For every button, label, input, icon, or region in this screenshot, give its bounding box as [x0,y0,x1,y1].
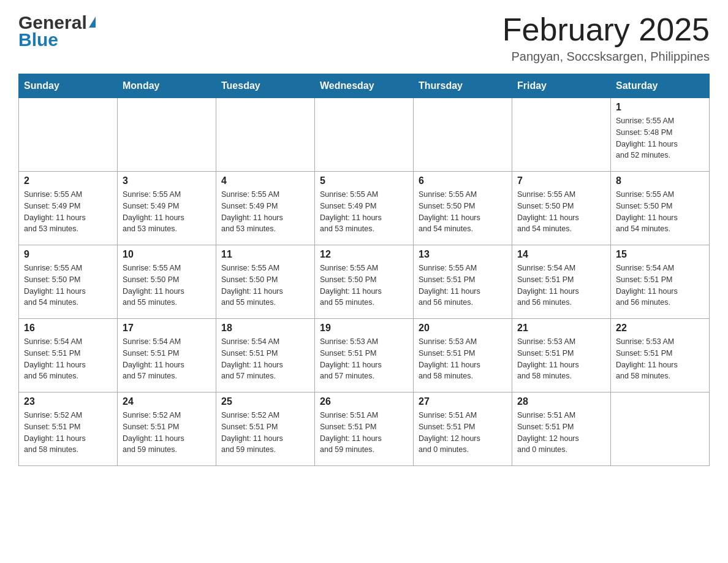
calendar-cell [315,98,414,172]
day-info: Sunrise: 5:51 AM Sunset: 5:51 PM Dayligh… [419,410,507,456]
title-area: February 2025 Pangyan, Soccsksargen, Phi… [502,12,710,64]
day-info: Sunrise: 5:55 AM Sunset: 5:50 PM Dayligh… [24,262,112,308]
calendar-cell: 17Sunrise: 5:54 AM Sunset: 5:51 PM Dayli… [118,319,216,393]
day-info: Sunrise: 5:54 AM Sunset: 5:51 PM Dayligh… [123,336,211,382]
calendar-cell: 18Sunrise: 5:54 AM Sunset: 5:51 PM Dayli… [216,319,315,393]
calendar-cell: 28Sunrise: 5:51 AM Sunset: 5:51 PM Dayli… [512,393,611,466]
day-info: Sunrise: 5:53 AM Sunset: 5:51 PM Dayligh… [419,336,507,382]
weekday-header-monday: Monday [118,74,216,98]
day-number: 21 [517,323,605,334]
calendar-cell [414,98,512,172]
day-number: 9 [24,249,112,260]
calendar-cell: 14Sunrise: 5:54 AM Sunset: 5:51 PM Dayli… [512,245,611,319]
calendar-cell: 2Sunrise: 5:55 AM Sunset: 5:49 PM Daylig… [19,172,118,245]
logo: General Blue [18,12,96,50]
calendar-cell: 10Sunrise: 5:55 AM Sunset: 5:50 PM Dayli… [118,245,216,319]
day-number: 25 [221,396,309,407]
day-number: 12 [320,249,408,260]
calendar-cell [118,98,216,172]
calendar-cell [512,98,611,172]
month-title: February 2025 [502,12,710,47]
day-number: 26 [320,396,408,407]
weekday-header-thursday: Thursday [414,74,512,98]
day-number: 2 [24,175,112,186]
day-number: 15 [616,249,704,260]
day-number: 6 [419,175,507,186]
day-info: Sunrise: 5:55 AM Sunset: 5:50 PM Dayligh… [419,189,507,235]
calendar-cell: 27Sunrise: 5:51 AM Sunset: 5:51 PM Dayli… [414,393,512,466]
weekday-header-friday: Friday [512,74,611,98]
day-info: Sunrise: 5:55 AM Sunset: 5:50 PM Dayligh… [616,189,704,235]
day-number: 16 [24,323,112,334]
day-number: 3 [123,175,211,186]
calendar-cell: 9Sunrise: 5:55 AM Sunset: 5:50 PM Daylig… [19,245,118,319]
day-info: Sunrise: 5:55 AM Sunset: 5:50 PM Dayligh… [123,262,211,308]
week-row-3: 9Sunrise: 5:55 AM Sunset: 5:50 PM Daylig… [19,245,710,319]
day-number: 7 [517,175,605,186]
calendar-cell: 13Sunrise: 5:55 AM Sunset: 5:51 PM Dayli… [414,245,512,319]
logo-triangle-icon [89,17,96,28]
day-info: Sunrise: 5:55 AM Sunset: 5:49 PM Dayligh… [123,189,211,235]
day-number: 17 [123,323,211,334]
calendar-cell: 21Sunrise: 5:53 AM Sunset: 5:51 PM Dayli… [512,319,611,393]
day-info: Sunrise: 5:55 AM Sunset: 5:50 PM Dayligh… [221,262,309,308]
day-info: Sunrise: 5:53 AM Sunset: 5:51 PM Dayligh… [517,336,605,382]
day-info: Sunrise: 5:52 AM Sunset: 5:51 PM Dayligh… [24,410,112,456]
calendar-cell: 15Sunrise: 5:54 AM Sunset: 5:51 PM Dayli… [611,245,710,319]
calendar-cell: 20Sunrise: 5:53 AM Sunset: 5:51 PM Dayli… [414,319,512,393]
weekday-header-saturday: Saturday [611,74,710,98]
day-info: Sunrise: 5:53 AM Sunset: 5:51 PM Dayligh… [616,336,704,382]
calendar-cell: 26Sunrise: 5:51 AM Sunset: 5:51 PM Dayli… [315,393,414,466]
calendar-cell [216,98,315,172]
location-subtitle: Pangyan, Soccsksargen, Philippines [502,50,710,64]
calendar-cell: 8Sunrise: 5:55 AM Sunset: 5:50 PM Daylig… [611,172,710,245]
day-info: Sunrise: 5:55 AM Sunset: 5:49 PM Dayligh… [24,189,112,235]
day-number: 24 [123,396,211,407]
week-row-5: 23Sunrise: 5:52 AM Sunset: 5:51 PM Dayli… [19,393,710,466]
weekday-header-wednesday: Wednesday [315,74,414,98]
day-info: Sunrise: 5:54 AM Sunset: 5:51 PM Dayligh… [221,336,309,382]
day-number: 4 [221,175,309,186]
day-number: 8 [616,175,704,186]
calendar-cell [611,393,710,466]
calendar-cell [19,98,118,172]
day-number: 13 [419,249,507,260]
calendar-cell: 22Sunrise: 5:53 AM Sunset: 5:51 PM Dayli… [611,319,710,393]
calendar-cell: 6Sunrise: 5:55 AM Sunset: 5:50 PM Daylig… [414,172,512,245]
weekday-header-sunday: Sunday [19,74,118,98]
weekday-header-row: SundayMondayTuesdayWednesdayThursdayFrid… [19,74,710,98]
day-number: 22 [616,323,704,334]
day-number: 18 [221,323,309,334]
day-info: Sunrise: 5:54 AM Sunset: 5:51 PM Dayligh… [24,336,112,382]
calendar-cell: 11Sunrise: 5:55 AM Sunset: 5:50 PM Dayli… [216,245,315,319]
week-row-2: 2Sunrise: 5:55 AM Sunset: 5:49 PM Daylig… [19,172,710,245]
day-info: Sunrise: 5:55 AM Sunset: 5:49 PM Dayligh… [320,189,408,235]
calendar-cell: 25Sunrise: 5:52 AM Sunset: 5:51 PM Dayli… [216,393,315,466]
day-number: 20 [419,323,507,334]
day-number: 19 [320,323,408,334]
day-info: Sunrise: 5:52 AM Sunset: 5:51 PM Dayligh… [123,410,211,456]
day-info: Sunrise: 5:55 AM Sunset: 5:49 PM Dayligh… [221,189,309,235]
day-info: Sunrise: 5:51 AM Sunset: 5:51 PM Dayligh… [320,410,408,456]
day-number: 10 [123,249,211,260]
week-row-1: 1Sunrise: 5:55 AM Sunset: 5:48 PM Daylig… [19,98,710,172]
day-info: Sunrise: 5:54 AM Sunset: 5:51 PM Dayligh… [616,262,704,308]
week-row-4: 16Sunrise: 5:54 AM Sunset: 5:51 PM Dayli… [19,319,710,393]
day-info: Sunrise: 5:55 AM Sunset: 5:51 PM Dayligh… [419,262,507,308]
logo-blue-text: Blue [18,29,58,50]
weekday-header-tuesday: Tuesday [216,74,315,98]
calendar-table: SundayMondayTuesdayWednesdayThursdayFrid… [18,74,710,466]
calendar-cell: 1Sunrise: 5:55 AM Sunset: 5:48 PM Daylig… [611,98,710,172]
day-number: 23 [24,396,112,407]
calendar-cell: 12Sunrise: 5:55 AM Sunset: 5:50 PM Dayli… [315,245,414,319]
day-info: Sunrise: 5:55 AM Sunset: 5:48 PM Dayligh… [616,115,704,161]
day-number: 14 [517,249,605,260]
calendar-cell: 23Sunrise: 5:52 AM Sunset: 5:51 PM Dayli… [19,393,118,466]
calendar-cell: 5Sunrise: 5:55 AM Sunset: 5:49 PM Daylig… [315,172,414,245]
calendar-cell: 4Sunrise: 5:55 AM Sunset: 5:49 PM Daylig… [216,172,315,245]
day-info: Sunrise: 5:52 AM Sunset: 5:51 PM Dayligh… [221,410,309,456]
day-number: 11 [221,249,309,260]
day-number: 28 [517,396,605,407]
day-number: 1 [616,102,704,113]
day-info: Sunrise: 5:53 AM Sunset: 5:51 PM Dayligh… [320,336,408,382]
